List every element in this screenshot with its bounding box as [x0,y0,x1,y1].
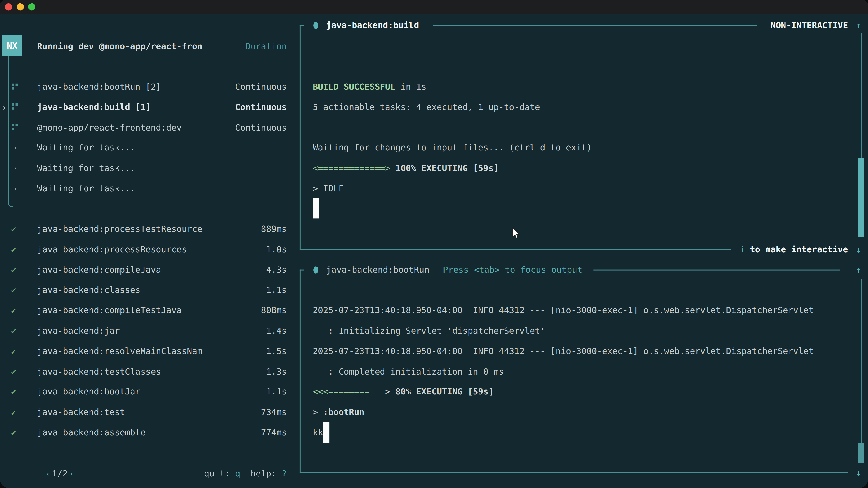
task-row-completed[interactable]: ✔ java-backend:processTestResource 889ms [0,219,300,239]
pending-dot-icon: · [13,142,18,153]
bootrun-panel-title: java-backend:bootRun [326,265,429,275]
next-page-arrow-icon[interactable]: → [68,468,73,478]
selection-arrow-icon: › [2,102,7,112]
terminal-cursor [323,422,329,443]
close-button[interactable] [5,3,12,11]
build-panel-mode-badge: NON-INTERACTIVE [771,21,848,31]
scroll-down-icon[interactable]: ↓ [854,244,864,255]
check-icon: ✔ [11,305,16,315]
progress-bar: <<<======== [313,387,370,397]
check-icon: ✔ [11,285,16,295]
build-scrollbar-track[interactable] [860,33,862,158]
task-row-waiting: · Waiting for task... [0,158,300,179]
bootrun-prompt-line: > :bootRun [313,408,365,417]
page-indicator: 1/2 [52,468,68,478]
task-dot-icon [313,22,318,29]
check-icon: ✔ [11,265,16,275]
quit-label: quit: [204,468,235,478]
zoom-button[interactable] [28,3,35,11]
task-row-completed[interactable]: ✔ java-backend:testClasses 1.3s [0,361,300,382]
check-icon: ✔ [11,408,16,417]
check-icon: ✔ [11,245,16,254]
task-row-bootrun[interactable]: java-backend:bootRun [2] Continuous [0,76,300,97]
build-panel-border [300,25,305,250]
check-icon: ✔ [11,224,16,234]
task-row-completed[interactable]: ✔ java-backend:bootJar 1.1s [0,382,300,402]
interactive-key: i [740,245,745,254]
interactive-hint: to make interactive [745,245,848,254]
log-line: : Initializing Servlet 'dispatcherServle… [313,326,545,336]
quit-key: q [235,468,240,478]
build-tasks-summary: 5 actionable tasks: 4 executed, 1 up-to-… [313,102,540,112]
build-result-line: BUILD SUCCESSFUL in 1s [313,82,427,92]
terminal-cursor [313,198,319,219]
task-row-completed[interactable]: ✔ java-backend:processResources 1.0s [0,239,300,260]
spinner-icon [11,84,14,86]
build-scrollbar-thumb[interactable] [858,158,864,237]
mouse-cursor-icon [512,228,521,240]
bootrun-input-text[interactable]: kk [313,428,323,437]
minimize-button[interactable] [17,3,24,11]
scroll-up-icon[interactable]: ↑ [854,20,864,31]
task-row-completed[interactable]: ✔ java-backend:test 734ms [0,402,300,423]
task-row-completed[interactable]: ✔ java-backend:jar 1.4s [0,321,300,341]
sidebar-header: Running dev @mono-app/react-fron Duratio… [0,36,300,57]
task-dot-icon [313,266,318,273]
scroll-up-icon[interactable]: ↑ [854,265,864,275]
pending-dot-icon: · [13,183,18,194]
check-icon: ✔ [11,346,16,356]
task-row-completed[interactable]: ✔ java-backend:assemble 774ms [0,422,300,443]
nx-tui-window: NX Running dev @mono-app/react-fron Dura… [0,0,868,488]
prev-page-arrow-icon[interactable]: ← [47,468,52,478]
app-window-stage: NX Running dev @mono-app/react-fron Dura… [0,0,868,488]
task-row-completed[interactable]: ✔ java-backend:compileTestJava 808ms [0,300,300,321]
titlebar [0,0,868,14]
duration-column-header: Duration [246,41,287,52]
focus-output-hint: Press <tab> to focus output [443,265,582,275]
spinner-icon [11,124,14,126]
bootrun-panel-footer-rule [300,472,848,473]
log-line: 2025-07-23T13:40:18.950-04:00 INFO 44312… [313,305,814,315]
bootrun-panel-border [300,269,305,473]
build-panel-header-rule [433,25,757,26]
task-row-completed[interactable]: ✔ java-backend:classes 1.1s [0,280,300,300]
build-panel-footer-rule [300,249,731,250]
task-row-build-selected[interactable]: › java-backend:build [1] Continuous [0,97,300,118]
log-line: 2025-07-23T13:40:18.950-04:00 INFO 44312… [313,346,814,356]
build-waiting-line: Waiting for changes to input files... (c… [313,143,592,153]
help-key: ? [282,468,287,478]
sidebar-footer: ←1/2→ quit: q help: ? [0,463,300,484]
progress-bar: <=============> [313,163,391,173]
bootrun-scrollbar-track[interactable] [860,280,862,443]
scroll-down-icon[interactable]: ↓ [854,467,864,478]
pending-dot-icon: · [13,163,18,174]
task-row-completed[interactable]: ✔ java-backend:compileJava 4.3s [0,260,300,280]
bootrun-scrollbar-thumb[interactable] [858,443,864,463]
task-row-waiting: · Waiting for task... [0,138,300,158]
build-idle-line: > IDLE [313,184,344,194]
build-panel-title: java-backend:build [326,21,419,31]
help-label: help: [240,468,282,478]
sidebar-title: Running dev @mono-app/react-fron [37,41,202,52]
log-line: : Completed initialization in 0 ms [313,367,504,377]
spinner-icon [11,104,14,106]
check-icon: ✔ [11,367,16,377]
check-icon: ✔ [11,387,16,397]
bootrun-panel-header-rule [593,269,840,271]
check-icon: ✔ [11,326,16,336]
build-progress-line: <=============> 100% EXECUTING [59s] [313,163,499,173]
check-icon: ✔ [11,428,16,437]
bootrun-progress-line: <<<========---> 80% EXECUTING [59s] [313,387,494,397]
task-row-waiting: · Waiting for task... [0,178,300,199]
task-row-completed[interactable]: ✔ java-backend:resolveMainClassNam 1.5s [0,341,300,361]
task-row-frontend-dev[interactable]: @mono-app/react-frontend:dev Continuous [0,117,300,138]
